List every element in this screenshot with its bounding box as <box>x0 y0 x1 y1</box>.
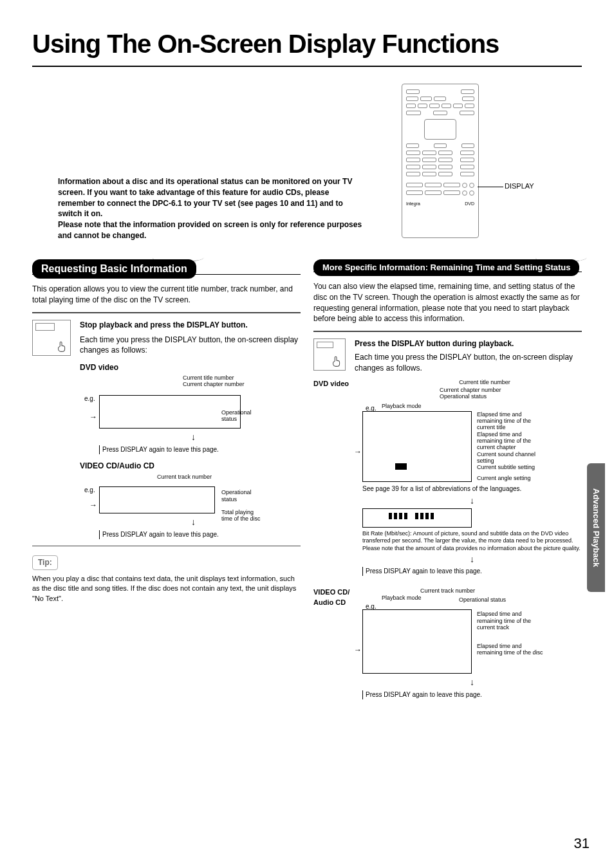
section-heading-more: More Specific Information: Remaining Tim… <box>313 259 579 276</box>
remote-body: Integra DVD <box>402 84 479 238</box>
tip-label: Tip: <box>32 555 58 570</box>
vcd-diagram-right: Current track number Playback mode Opera… <box>362 591 582 699</box>
callout: Current angle setting <box>477 475 548 481</box>
vcd-diagram-left: Current track number e.g. → Operational … <box>86 475 301 539</box>
lang-note: See page 39 for a list of abbreviations … <box>362 485 582 494</box>
eg-label: e.g. <box>366 404 377 413</box>
eg-label: e.g. <box>84 486 95 495</box>
tip-body: When you play a disc that contains text … <box>32 574 301 604</box>
callout: Press DISPLAY again to leave this page. <box>362 690 582 699</box>
callout: Current track number <box>157 474 212 480</box>
step-body-right: Each time you press the DISPLAY button, … <box>355 352 582 374</box>
callout: Elapsed time and remaining time of the c… <box>477 411 548 431</box>
remote-logo-right: DVD <box>465 201 474 207</box>
step-title-right: Press the DISPLAY button during playback… <box>355 338 582 349</box>
callout: Current subtitle setting <box>477 464 548 470</box>
remote-illustration: Integra DVD DISPLAY <box>402 84 563 251</box>
callout: Operational status <box>221 489 265 503</box>
intro-text: Information about a disc and its operati… <box>58 176 367 241</box>
callout: Current sound channel setting <box>477 451 548 465</box>
dvd-diagram-right: Current title number Current chapter num… <box>362 383 582 577</box>
vcd-label-right: VIDEO CD/ Audio CD <box>313 587 358 703</box>
section-heading-basic: Requesting Basic Information <box>32 259 196 279</box>
dvd-diagram-left: Current title number Current chapter num… <box>86 377 301 454</box>
callout: Current title number <box>183 374 245 381</box>
callout: Playback mode <box>382 594 422 602</box>
left-intro-para: This operation allows you to view the cu… <box>32 284 301 306</box>
callout: Press DISPLAY again to leave this page. <box>99 530 301 539</box>
eg-label: e.g. <box>366 602 377 611</box>
dvd-video-label: DVD video <box>80 362 301 373</box>
callout: Press DISPLAY again to leave this page. <box>99 445 301 454</box>
dvd-video-label-right: DVD video <box>313 379 358 580</box>
page: Using The On-Screen Display Functions In… <box>0 0 614 868</box>
callout: Operational status <box>440 393 568 400</box>
step-title: Stop playback and press the DISPLAY butt… <box>80 320 301 331</box>
callout: Operational status <box>221 409 260 423</box>
callout: Current chapter number <box>440 387 568 393</box>
page-title: Using The On-Screen Display Functions <box>32 26 582 67</box>
callout: Total playing time of the disc <box>221 509 265 522</box>
callout: Press DISPLAY again to leave this page. <box>362 567 582 576</box>
side-tab: Advanced Playback <box>587 463 605 592</box>
step-block: Stop playback and press the DISPLAY butt… <box>32 320 301 543</box>
right-intro-para: You can also view the elapsed time, rema… <box>313 281 582 324</box>
bitrate-note: Bit Rate (Mbit/sec): Amount of picture, … <box>362 530 582 552</box>
eg-label: e.g. <box>84 394 95 403</box>
left-column: Requesting Basic Information This operat… <box>32 259 301 703</box>
callout: Elapsed time and remaining time of the d… <box>477 643 548 656</box>
callout: Current title number <box>420 379 549 385</box>
callout: Operational status <box>459 596 543 603</box>
right-column: More Specific Information: Remaining Tim… <box>313 259 582 703</box>
vcd-label-left: VIDEO CD/Audio CD <box>80 461 301 472</box>
remote-press-icon <box>313 338 346 371</box>
page-number: 31 <box>574 834 590 854</box>
callout: Current track number <box>420 587 543 594</box>
callout: Playback mode <box>382 402 422 411</box>
callout: Elapsed time and remaining time of the c… <box>477 611 548 631</box>
display-callout: DISPLAY <box>505 181 534 191</box>
remote-logo-left: Integra <box>406 201 420 207</box>
callout: Current chapter number <box>183 381 245 387</box>
callout: Elapsed time and remaining time of the c… <box>477 431 548 451</box>
remote-press-icon <box>32 320 71 356</box>
step-body: Each time you press the DISPLAY button, … <box>80 335 301 356</box>
